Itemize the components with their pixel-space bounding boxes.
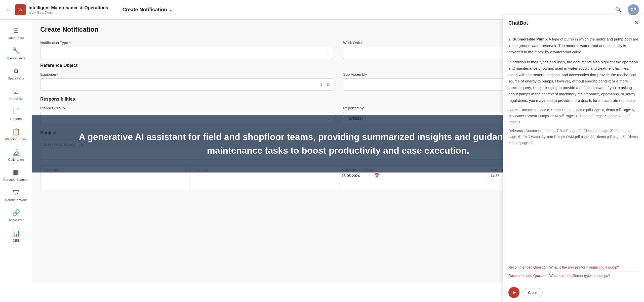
chevron-down-icon: ⌄	[169, 7, 172, 12]
maintenance-icon: 🔧	[12, 47, 20, 55]
chatbot-source-docs: Source Documents: demo-7-9.pdf Page: 2, …	[508, 107, 639, 125]
planner-group-label: Planner Group	[40, 106, 333, 110]
sidebar-label-reports: Reports	[10, 117, 22, 121]
equipment-group: Equipment ℹ ⧉	[40, 72, 333, 91]
malfunction-end-date-input[interactable]	[342, 174, 372, 178]
sidebar-item-spareparts[interactable]: ⚙ SpareParts	[0, 64, 32, 83]
permitwork-icon: 🛡	[13, 189, 19, 197]
sidebar-item-reports[interactable]: 📄 Reports	[0, 105, 32, 124]
barcode-icon: ▦	[13, 168, 19, 176]
sidebar-label-checklist: Checklist	[9, 97, 23, 101]
chatbot-body: 2. Submersible Pump: A type of pump in w…	[503, 31, 644, 260]
sidebar-label-calibration: Calibration	[8, 158, 24, 162]
app-title-group: Intelligent Maintenance & Operations Wor…	[28, 5, 108, 14]
description-textarea[interactable]	[44, 173, 186, 186]
calibration-icon: 🔬	[12, 148, 20, 156]
oee-icon: 📊	[12, 229, 20, 237]
required-marker: *	[69, 40, 71, 45]
chatbot-recommended-section: Recommended Question: What is the proces…	[503, 260, 644, 283]
sidebar-item-barcode[interactable]: ▦ Barcode Scanner	[0, 165, 32, 185]
digital-icon: 🔗	[12, 209, 20, 217]
equipment-input-wrapper: ℹ ⧉	[40, 78, 333, 91]
chatbot-header: ChatBot ✕	[503, 15, 644, 31]
recommended-item-2[interactable]: Recommended Question: What are the diffe…	[508, 271, 639, 280]
dashboard-icon: ⊞	[13, 27, 19, 34]
sidebar-item-calibration[interactable]: 🔬 Calibration	[0, 145, 32, 165]
malfunction-date-input-wrapper: 📅	[342, 173, 484, 179]
sidebar-item-dashboard[interactable]: ⊞ DashBoard	[0, 24, 32, 43]
app-subtitle: Work Gets Done	[28, 11, 108, 14]
logo-icon: w	[15, 4, 26, 15]
notification-type-select-wrapper: ⌄	[40, 47, 333, 59]
reports-icon: 📄	[12, 108, 20, 115]
sidebar-label-spareparts: SpareParts	[8, 76, 24, 80]
sidebar-item-maintenance[interactable]: 🔧 Maintenance	[0, 44, 32, 63]
sidebar-label-permitwork: Permit to Work	[5, 198, 27, 202]
chatbot-paragraph2: In addition to their types and uses, the…	[508, 59, 639, 104]
chatbot-panel: ChatBot ✕ 2. Submersible Pump: A type of…	[503, 15, 644, 302]
sidebar-item-oee[interactable]: 📊 OEE	[0, 226, 32, 246]
copy-icon-button[interactable]: ⧉	[326, 81, 331, 88]
chatbot-paragraph1: 2. Submersible Pump: A type of pump in w…	[508, 36, 639, 55]
calendar-icon: 📅	[374, 173, 380, 179]
search-button[interactable]: 🔍	[613, 5, 624, 15]
sidebar-item-checklist[interactable]: ☑ Checklist	[0, 84, 32, 104]
chatbot-send-button[interactable]: ➤	[508, 287, 519, 298]
checklist-icon: ☑	[13, 88, 19, 95]
sidebar-label-dashboard: DashBoard	[8, 36, 24, 40]
sidebar-label-planning: Planning Board	[5, 137, 27, 141]
info-icon: ℹ	[320, 82, 322, 87]
sidebar-label-maintenance: Maintenance	[7, 56, 25, 60]
sidebar-item-digital[interactable]: 🔗 Digital Twin	[0, 206, 32, 225]
planning-icon: 📋	[12, 128, 20, 136]
sidebar-item-planning[interactable]: 📋 Planning Board	[0, 125, 32, 144]
chatbot-close-button[interactable]: ✕	[634, 20, 639, 26]
equipment-label: Equipment	[40, 72, 333, 76]
chatbot-footer: ➤ Clear	[503, 283, 644, 302]
app-logo: w Intelligent Maintenance & Operations W…	[15, 4, 108, 15]
sidebar-label-digital: Digital Twin	[8, 218, 24, 222]
chatbot-clear-button[interactable]: Clear	[522, 288, 543, 297]
recommended-item-1[interactable]: Recommended Question: What is the proces…	[508, 263, 639, 271]
equipment-input[interactable]	[40, 78, 333, 91]
app-name: Intelligent Maintenance & Operations	[28, 5, 108, 11]
sidebar-item-permitwork[interactable]: 🛡 Permit to Work	[0, 186, 32, 205]
notification-type-label: Notification Type *	[40, 40, 333, 45]
chatbot-ref-docs: Reference Documents: "demo-7-9.pdf page:…	[508, 128, 639, 146]
spareparts-icon: ⚙	[13, 67, 19, 75]
notification-type-select[interactable]	[40, 47, 333, 59]
avatar[interactable]: CP	[628, 4, 639, 15]
current-page-label: Create Notification	[122, 7, 167, 13]
current-page-button[interactable]: Create Notification ⌄	[122, 7, 172, 13]
notification-type-group: Notification Type * ⌄	[40, 40, 333, 59]
sidebar: ⊞ DashBoard 🔧 Maintenance ⚙ SpareParts ☑…	[0, 20, 32, 302]
back-button[interactable]: ‹	[5, 5, 11, 15]
sidebar-label-oee: OEE	[13, 239, 19, 243]
chatbot-title: ChatBot	[508, 20, 528, 26]
sidebar-label-barcode: Barcode Scanner	[3, 178, 28, 182]
long-text-textarea[interactable]	[193, 173, 335, 186]
